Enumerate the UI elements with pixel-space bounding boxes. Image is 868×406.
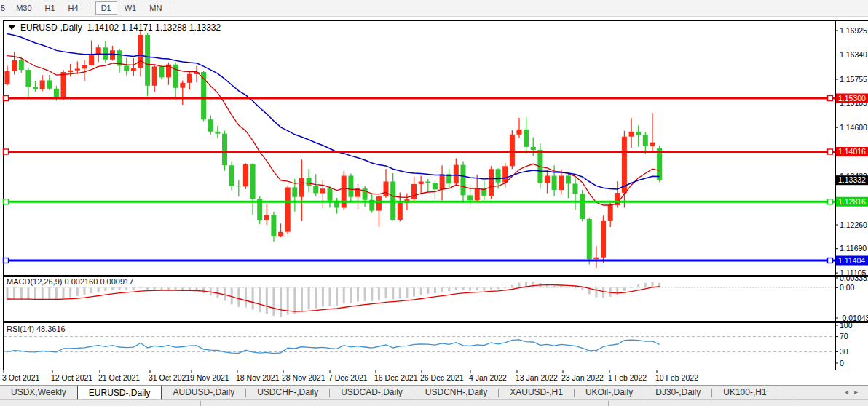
level-line-handle[interactable] [4,199,9,204]
date-axis-label: 28 Nov 2021 [282,373,326,382]
chart-tab-audusd-daily[interactable]: AUDUSD-,Daily [162,386,245,400]
date-axis-label: 23 Jan 2022 [561,373,604,382]
chart-tab-dj30-daily[interactable]: DJ30-,Daily [644,386,711,400]
date-axis-label: 10 Feb 2022 [655,373,698,382]
date-axis-label: 3 Oct 2021 [2,373,40,382]
timeframe-button-mn[interactable]: MN [143,1,167,15]
svg-text:1.11404: 1.11404 [838,256,865,265]
status-divider [794,401,794,406]
chart-tab-usdcad-daily[interactable]: USDCAD-,Daily [330,386,414,400]
price-tag-1.12816: 1.12816 [836,197,868,207]
price-axis-label: 1.12260 [840,220,867,229]
date-axis-label: 16 Dec 2021 [374,373,418,382]
rsi-label: RSI(14) 48.3616 [7,325,66,333]
svg-text:1.12816: 1.12816 [838,197,866,206]
price-axis-label: 1.14600 [840,123,867,132]
tab-scroll-arrows[interactable]: ◂▸ [845,388,864,396]
price-tag-1.13332: 1.13332 [836,175,868,185]
date-axis-label: 18 Nov 2021 [236,373,280,382]
date-axis-label: 13 Jan 2022 [516,373,558,382]
level-line-handle[interactable] [4,258,9,263]
date-axis-label: 12 Oct 2021 [51,373,92,382]
timeframe-button-w1[interactable]: W1 [119,1,143,15]
level-line-handle[interactable] [4,96,9,101]
timeframe-button-h4[interactable]: H4 [63,1,84,15]
level-line-handle[interactable] [828,199,833,204]
timeframe-button-m30[interactable]: M30 [10,1,37,15]
timeframe-button-5[interactable]: 5 [0,1,9,15]
date-axis-label: 26 Dec 2021 [420,373,464,382]
chart-ohlc-values: 1.14102 1.14171 1.13288 1.13332 [87,23,221,33]
date-axis-label: 21 Oct 2021 [98,373,140,382]
price-tag-1.11404: 1.11404 [836,256,868,266]
status-bar [0,399,868,406]
rsi-axis-label: 0 [840,359,844,367]
rsi-axis-label: 100 [840,321,853,330]
level-line-handle[interactable] [828,96,833,101]
date-axis-label: 7 Dec 2021 [328,373,368,382]
date-axis-label: 31 Oct 2021 [149,373,190,382]
date-axis-label: 9 Nov 2021 [190,373,229,382]
chart-title: EURUSD-,Daily 1.14102 1.14171 1.13288 1.… [7,23,221,33]
rsi-axis-label: 70 [840,332,848,341]
level-line-handle[interactable] [4,149,9,154]
price-axis-label: 1.16925 [840,26,867,35]
macd-axis-label: 0.003331 [840,274,868,282]
tab-separator [778,389,778,397]
price-axis-label: 1.16340 [840,50,867,59]
timeframe-button-d1[interactable]: D1 [95,1,117,15]
chart-tab-ukoil-daily[interactable]: UKOil-,Daily [575,386,644,400]
status-divider [200,401,201,406]
chart-tab-usdchf-daily[interactable]: USDCHF-,Daily [246,386,329,400]
timeframe-toolbar: 5M30H1H4D1W1MN [0,0,868,17]
price-axis-label: 1.15755 [840,75,867,84]
level-line-handle[interactable] [828,149,833,154]
status-divider [368,401,368,406]
svg-text:1.15300: 1.15300 [838,94,866,103]
toolbar-separator [173,2,173,14]
chart-tab-usdcnh-daily[interactable]: USDCNH-,Daily [414,386,498,400]
chart-tab-xauusd-h1[interactable]: XAUUSD-,H1 [499,386,574,400]
chart-tab-usdx-weekly[interactable]: USDX,Weekly [0,386,77,400]
chart-tab-uk100-h1[interactable]: UK100-,H1 [712,386,777,400]
date-axis-label: 4 Jan 2022 [469,373,507,382]
rsi-axis-label: 30 [840,347,848,356]
price-tag-1.14016: 1.14016 [836,147,868,156]
date-axis-label: 1 Feb 2022 [608,373,647,382]
chart-tab-eurusd-daily[interactable]: EURUSD-,Daily [77,386,162,400]
svg-text:1.13332: 1.13332 [838,175,866,184]
price-tag-1.15300: 1.15300 [836,94,868,103]
macd-label: MACD(12,26,9) 0.002160 0.000917 [7,277,133,286]
price-axis-label: 1.11690 [840,244,867,252]
timeframe-button-h1[interactable]: H1 [39,1,61,15]
level-line-handle[interactable] [828,258,833,263]
svg-text:1.14016: 1.14016 [838,147,866,156]
chart-symbol-label: EURUSD-,Daily [20,23,82,33]
macd-axis-label: 0.00 [840,283,855,292]
status-divider [608,401,609,406]
chart-tab-bar: USDX,WeeklyEURUSD-,DailyAUDUSD-,DailyUSD… [0,385,868,400]
symbol-dropdown-arrow-icon[interactable] [7,24,17,31]
mt4-window: 1.169251.163401.157551.151851.146001.134… [0,0,868,406]
chart-canvas[interactable]: 1.169251.163401.157551.151851.146001.134… [0,0,868,406]
toolbar-separator [90,2,90,14]
